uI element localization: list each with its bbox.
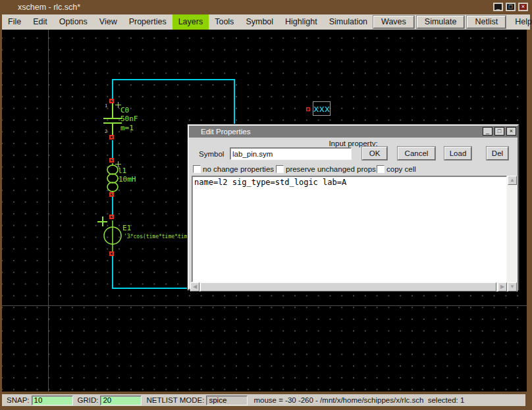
menu-edit[interactable]: Edit bbox=[27, 14, 53, 30]
scroll-up-icon[interactable]: ▲ bbox=[508, 176, 517, 185]
inductor-pin1-box[interactable] bbox=[109, 158, 114, 163]
cancel-button[interactable]: Cancel bbox=[398, 147, 435, 160]
netlist-button[interactable]: Netlist bbox=[467, 16, 506, 28]
wire-cap-to-ind[interactable] bbox=[112, 140, 113, 160]
copy-cell-label: copy cell bbox=[386, 165, 416, 174]
dialog-title: Edit Properties bbox=[201, 126, 250, 138]
capacitor-pin1-number: 1 bbox=[105, 103, 107, 109]
capacitor-plate-top[interactable] bbox=[103, 118, 122, 119]
window-titlebar[interactable]: xschem - rlc.sch* _ □ × bbox=[0, 0, 532, 14]
simulate-button[interactable]: Simulate bbox=[417, 16, 465, 28]
ok-button[interactable]: OK bbox=[362, 147, 387, 160]
del-button[interactable]: Del bbox=[487, 147, 508, 160]
dialog-maximize-icon[interactable]: □ bbox=[494, 127, 504, 136]
inductor-ref[interactable]: l1 bbox=[118, 167, 126, 175]
wire-src-down[interactable] bbox=[112, 255, 113, 289]
capacitor-ref[interactable]: C0 bbox=[120, 107, 129, 115]
dialog-minimize-icon[interactable]: _ bbox=[483, 127, 492, 136]
minimize-icon[interactable]: _ bbox=[493, 3, 503, 11]
snap-input[interactable] bbox=[32, 396, 73, 405]
waves-button[interactable]: Waves bbox=[373, 16, 414, 28]
capacitor-value[interactable]: 50nF bbox=[120, 115, 138, 123]
horizontal-scrollbar[interactable]: ◀ ▶ bbox=[190, 282, 507, 292]
menu-view[interactable]: View bbox=[93, 14, 123, 30]
source-symbol[interactable] bbox=[103, 220, 122, 251]
schematic-canvas[interactable]: 1 2 C0 50nF m=1 l1 10mH E1 '3*cos(time*t… bbox=[2, 30, 527, 392]
wire-ind-to-src[interactable] bbox=[112, 197, 113, 217]
capacitor-pin2-number: 2 bbox=[105, 129, 107, 134]
menu-help[interactable]: Help bbox=[508, 14, 532, 30]
no-change-properties-label: no change properties bbox=[203, 165, 274, 174]
statusbar: SNAP: GRID: NETLIST MODE: mouse = -30 -2… bbox=[2, 394, 525, 406]
window-title: xschem - rlc.sch* bbox=[18, 0, 80, 14]
net-label-selection-box[interactable]: xxx bbox=[313, 101, 331, 116]
grid-label: GRID: bbox=[78, 396, 99, 404]
menu-simulation[interactable]: Simulation bbox=[323, 14, 373, 30]
no-change-properties-checkbox[interactable] bbox=[193, 165, 201, 173]
capacitor-lead-top[interactable] bbox=[112, 103, 113, 118]
property-textarea[interactable]: name=l2 sig_type=std_logic lab=A bbox=[192, 176, 507, 282]
menu-properties[interactable]: Properties bbox=[123, 14, 173, 30]
axis-horizontal bbox=[2, 305, 527, 306]
menu-tools[interactable]: Tools bbox=[209, 14, 240, 30]
scroll-down-icon[interactable]: ▼ bbox=[508, 282, 517, 292]
symbol-label: Symbol bbox=[199, 150, 224, 158]
net-label-text: xxx bbox=[313, 103, 330, 114]
preserve-unchanged-props-label: preserve unchanged props bbox=[286, 165, 376, 174]
inductor-value[interactable]: 10mH bbox=[119, 176, 136, 184]
menubar: File Edit Options View Properties Layers… bbox=[2, 14, 530, 30]
inductor-pin2-box[interactable] bbox=[109, 192, 114, 197]
wire-right[interactable] bbox=[234, 79, 235, 126]
netlist-mode-label: NETLIST MODE: bbox=[146, 396, 204, 404]
wire-left-top[interactable] bbox=[112, 79, 113, 101]
snap-label: SNAP: bbox=[7, 396, 30, 404]
wire-bottom[interactable] bbox=[112, 288, 190, 289]
menu-highlight[interactable]: Highlight bbox=[279, 14, 323, 30]
source-expr[interactable]: '3*cos(time*time*time* bbox=[124, 233, 194, 241]
dialog-close-icon[interactable]: × bbox=[506, 127, 516, 136]
netlist-mode-input[interactable] bbox=[206, 396, 248, 405]
net-label-pin-box[interactable] bbox=[306, 107, 310, 111]
edit-properties-dialog: Edit Properties _ □ × Input property: Sy… bbox=[188, 124, 519, 290]
copy-cell-checkbox[interactable] bbox=[377, 165, 385, 173]
capacitor-mult[interactable]: m=1 bbox=[120, 124, 134, 132]
wire-top[interactable] bbox=[112, 79, 235, 80]
maximize-icon[interactable]: □ bbox=[506, 3, 516, 11]
menu-layers[interactable]: Layers bbox=[173, 14, 209, 30]
preserve-unchanged-props-checkbox[interactable] bbox=[276, 165, 284, 173]
close-icon[interactable]: × bbox=[518, 3, 528, 11]
symbol-input[interactable] bbox=[230, 147, 352, 160]
grid-input[interactable] bbox=[100, 396, 142, 405]
source-pin1-box[interactable] bbox=[109, 215, 114, 219]
capacitor-pin2-box[interactable] bbox=[109, 135, 114, 140]
mouse-info: mouse = -30 -260 - /mnt/x/home/schippes/… bbox=[253, 396, 464, 404]
axis-vertical bbox=[48, 30, 49, 392]
source-pin2-box[interactable] bbox=[109, 251, 114, 256]
menu-file[interactable]: File bbox=[2, 14, 27, 30]
load-button[interactable]: Load bbox=[444, 147, 471, 160]
scroll-right-icon[interactable]: ▶ bbox=[498, 282, 507, 292]
horizontal-scrollbar-thumb[interactable] bbox=[200, 282, 496, 292]
vertical-scrollbar[interactable]: ▲ ▼ bbox=[507, 176, 518, 292]
source-ref[interactable]: E1 bbox=[122, 224, 131, 232]
dialog-titlebar[interactable]: Edit Properties _ □ × bbox=[189, 126, 518, 138]
scroll-left-icon[interactable]: ◀ bbox=[190, 282, 200, 292]
menu-symbol[interactable]: Symbol bbox=[240, 14, 279, 30]
xschem-window: { "window": { "title": "xschem - rlc.sch… bbox=[0, 0, 532, 410]
capacitor-pin1-box[interactable] bbox=[109, 99, 114, 103]
menu-options[interactable]: Options bbox=[53, 14, 93, 30]
